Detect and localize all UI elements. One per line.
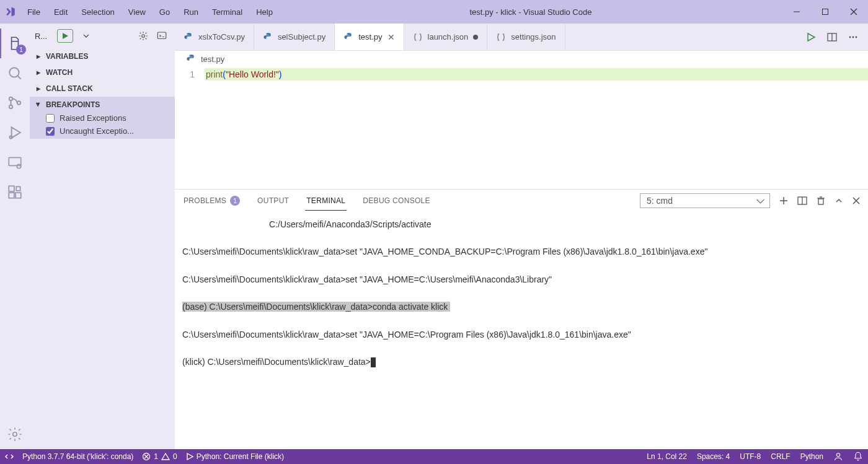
status-position[interactable]: Ln 1, Col 22 <box>647 452 687 461</box>
start-debug-button[interactable] <box>57 29 73 43</box>
bottom-panel: PROBLEMS1 OUTPUT TERMINAL DEBUG CONSOLE … <box>175 189 868 449</box>
more-actions-button[interactable] <box>848 32 858 42</box>
token-string: "Hello World!" <box>226 69 279 79</box>
status-feedback-icon[interactable] <box>833 452 843 462</box>
menu-go[interactable]: Go <box>153 4 176 20</box>
panel-tab-problems[interactable]: PROBLEMS1 <box>182 191 241 211</box>
svg-rect-16 <box>16 186 20 191</box>
problems-count: 1 <box>230 196 240 206</box>
terminal-line: (klick) C:\Users\meifi\Documents\klick\r… <box>182 357 371 367</box>
tab-launch[interactable]: launch.json <box>404 24 488 50</box>
status-debug-launch[interactable]: Python: Current File (klick) <box>186 452 284 461</box>
status-problems[interactable]: 1 0 <box>142 452 177 461</box>
title-bar: File Edit Selection View Go Run Terminal… <box>0 0 868 24</box>
tab-selsubject[interactable]: selSubject.py <box>254 24 335 50</box>
close-panel-button[interactable] <box>852 196 861 205</box>
menu-run[interactable]: Run <box>177 4 205 20</box>
menu-file[interactable]: File <box>21 4 46 20</box>
svg-point-4 <box>9 68 19 77</box>
cursor <box>371 357 376 367</box>
activity-search[interactable] <box>0 58 30 88</box>
new-terminal-button[interactable] <box>779 196 789 206</box>
section-label: BREAKPOINTS <box>46 100 100 109</box>
menu-terminal[interactable]: Terminal <box>206 4 249 20</box>
python-icon <box>343 32 353 42</box>
terminal-line: C:\Users\meifi\Documents\klick\raw_data>… <box>182 274 552 284</box>
panel-tab-debug-console[interactable]: DEBUG CONSOLE <box>361 191 432 210</box>
svg-marker-18 <box>63 33 68 39</box>
chevron-down-icon: ▸ <box>35 101 42 108</box>
breadcrumb[interactable]: test.py <box>175 51 868 67</box>
panel-tab-terminal[interactable]: TERMINAL <box>305 191 347 210</box>
minimize-button[interactable] <box>782 0 811 24</box>
tab-label: xslxToCsv.py <box>198 32 245 42</box>
terminal-content[interactable]: C:/Users/meifi/Anaconda3/Scripts/activat… <box>175 212 868 449</box>
activity-source-control[interactable] <box>0 88 30 118</box>
run-file-button[interactable] <box>806 32 816 42</box>
vscode-logo-icon <box>0 6 21 17</box>
section-breakpoints[interactable]: ▸BREAKPOINTS <box>30 98 175 112</box>
status-remote[interactable] <box>5 452 14 461</box>
token-paren: ) <box>279 69 282 79</box>
status-interpreter[interactable]: Python 3.7.7 64-bit ('klick': conda) <box>22 452 133 461</box>
launch-label: Python: Current File (klick) <box>197 452 284 461</box>
svg-point-12 <box>17 164 21 169</box>
section-watch[interactable]: ▸WATCH <box>30 66 175 79</box>
tab-settings-json[interactable]: settings.json <box>487 24 565 50</box>
chevron-right-icon: ▸ <box>35 85 42 92</box>
split-editor-button[interactable] <box>827 32 837 42</box>
code-editor[interactable]: 1 print("Hello World!") <box>175 67 868 81</box>
activity-explorer[interactable]: 1 <box>0 28 30 58</box>
menu-selection[interactable]: Selection <box>75 4 120 20</box>
debug-console-icon[interactable] <box>154 28 170 44</box>
section-callstack[interactable]: ▸CALL STACK <box>30 82 175 95</box>
terminal-selector[interactable]: 5: cmd <box>640 193 770 208</box>
debug-settings-icon[interactable] <box>135 28 151 44</box>
tab-label: test.py <box>358 32 382 42</box>
close-icon[interactable]: ✕ <box>388 32 395 42</box>
status-spaces[interactable]: Spaces: 4 <box>697 452 730 461</box>
svg-line-5 <box>17 76 20 79</box>
activity-remote[interactable] <box>0 147 30 177</box>
tab-label: PROBLEMS <box>184 196 226 205</box>
svg-point-21 <box>187 33 187 34</box>
json-icon <box>496 32 506 42</box>
maximize-button[interactable] <box>811 0 839 24</box>
window-title: test.py - klick - Visual Studio Code <box>279 7 782 17</box>
activity-run-debug[interactable] <box>0 118 30 147</box>
svg-point-28 <box>852 36 854 38</box>
debug-config-label[interactable]: R... <box>35 32 52 41</box>
menu-edit[interactable]: Edit <box>48 4 74 20</box>
bp-raised-exceptions[interactable]: Raised Exceptions <box>46 112 175 125</box>
python-icon <box>184 32 193 42</box>
debug-config-dropdown[interactable] <box>78 28 94 44</box>
kill-terminal-button[interactable] <box>816 196 826 206</box>
svg-point-7 <box>9 105 12 108</box>
panel-tabs: PROBLEMS1 OUTPUT TERMINAL DEBUG CONSOLE … <box>175 190 868 212</box>
checkbox[interactable] <box>46 127 55 136</box>
status-encoding[interactable]: UTF-8 <box>740 452 761 461</box>
tab-test[interactable]: test.py ✕ <box>335 24 404 50</box>
section-variables[interactable]: ▸VARIABLES <box>30 50 175 63</box>
menu-help[interactable]: Help <box>250 4 279 20</box>
python-icon <box>263 32 273 42</box>
svg-point-19 <box>142 35 145 38</box>
status-bell-icon[interactable] <box>853 452 863 462</box>
close-button[interactable] <box>839 0 868 24</box>
checkbox[interactable] <box>46 114 55 123</box>
maximize-panel-button[interactable] <box>835 196 843 205</box>
split-terminal-button[interactable] <box>797 196 807 206</box>
activity-settings[interactable] <box>0 419 30 449</box>
panel-tab-output[interactable]: OUTPUT <box>256 191 290 210</box>
status-eol[interactable]: CRLF <box>771 452 790 461</box>
status-language[interactable]: Python <box>800 452 823 461</box>
tab-xslxtocsv[interactable]: xslxToCsv.py <box>175 24 254 50</box>
activity-extensions[interactable] <box>0 177 30 207</box>
svg-point-10 <box>9 136 12 138</box>
section-label: CALL STACK <box>46 84 93 93</box>
bp-uncaught-exceptions[interactable]: Uncaught Exceptio... <box>46 125 175 138</box>
warning-count: 0 <box>173 452 177 461</box>
window-controls <box>782 0 868 24</box>
editor-area: xslxToCsv.py selSubject.py test.py ✕ lau… <box>175 24 868 449</box>
menu-view[interactable]: View <box>122 4 152 20</box>
